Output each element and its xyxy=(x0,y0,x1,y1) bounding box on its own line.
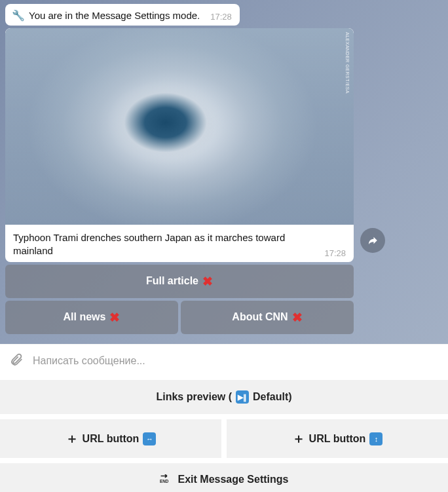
about-cnn-label: About CNN xyxy=(232,311,288,323)
wrench-icon: 🔧 xyxy=(12,9,25,22)
plus-icon: ＋ xyxy=(292,430,305,447)
settings-panel: Links preview ( ▶‖ Default) ＋ URL button… xyxy=(0,377,448,492)
article-caption-row: Typhoon Trami drenches southern Japan as… xyxy=(5,225,354,262)
links-preview-button[interactable]: Links preview ( ▶‖ Default) xyxy=(0,380,448,414)
share-icon xyxy=(367,235,379,246)
end-icon: END xyxy=(160,474,174,485)
message-composer xyxy=(0,344,448,377)
article-caption: Typhoon Trami drenches southern Japan as… xyxy=(13,231,316,258)
full-article-label: Full article xyxy=(146,275,198,287)
add-url-button-right[interactable]: ＋ URL button ↕ xyxy=(227,419,448,458)
close-icon: ✖ xyxy=(202,274,213,289)
add-url-button-left[interactable]: ＋ URL button ↔ xyxy=(0,419,221,458)
horizontal-arrows-icon: ↔ xyxy=(143,432,156,445)
full-article-button[interactable]: Full article ✖ xyxy=(5,265,354,298)
url-button-right-label: URL button xyxy=(309,433,366,445)
about-cnn-button[interactable]: About CNN ✖ xyxy=(181,301,354,334)
plus-icon: ＋ xyxy=(65,430,79,447)
links-preview-suffix: Default) xyxy=(253,391,292,403)
url-button-left-label: URL button xyxy=(83,433,140,445)
chat-area: 🔧 You are in the Message Settings mode. … xyxy=(0,0,448,344)
settings-mode-bubble: 🔧 You are in the Message Settings mode. … xyxy=(5,4,240,26)
inline-keyboard: Full article ✖ All news ✖ About CNN ✖ xyxy=(5,265,354,334)
inline-row-2: All news ✖ About CNN ✖ xyxy=(5,301,354,334)
article-image[interactable]: ALEXANDER GERST/ESA xyxy=(5,28,354,225)
play-pause-icon: ▶‖ xyxy=(236,390,249,404)
exit-settings-button[interactable]: END Exit Message Settings xyxy=(0,463,448,492)
settings-mode-row: 🔧 You are in the Message Settings mode. … xyxy=(5,4,443,26)
settings-mode-text: You are in the Message Settings mode. xyxy=(29,10,200,21)
attachment-icon[interactable] xyxy=(9,352,24,369)
all-news-button[interactable]: All news ✖ xyxy=(5,301,178,334)
exit-settings-label: Exit Message Settings xyxy=(178,474,289,485)
svg-text:END: END xyxy=(160,480,169,484)
image-credit: ALEXANDER GERST/ESA xyxy=(345,32,350,94)
article-card: ALEXANDER GERST/ESA Typhoon Trami drench… xyxy=(5,28,354,262)
inline-row-1: Full article ✖ xyxy=(5,265,354,298)
close-icon: ✖ xyxy=(109,310,120,325)
article-time: 17:28 xyxy=(324,248,346,258)
all-news-label: All news xyxy=(64,311,106,323)
settings-mode-time: 17:28 xyxy=(210,12,232,22)
links-preview-prefix: Links preview ( xyxy=(156,391,232,403)
article-card-row: ALEXANDER GERST/ESA Typhoon Trami drench… xyxy=(5,28,443,262)
share-button[interactable] xyxy=(360,228,385,253)
close-icon: ✖ xyxy=(292,310,303,325)
message-input[interactable] xyxy=(33,355,439,367)
vertical-arrows-icon: ↕ xyxy=(369,432,383,445)
